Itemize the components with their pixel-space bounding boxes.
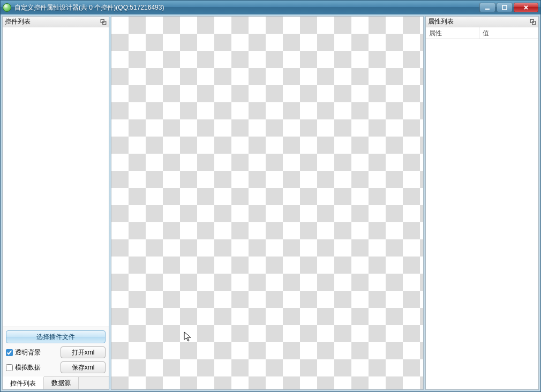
workspace: 控件列表 选择插件文件 透明背景 打开xml — [2, 16, 539, 390]
transparent-bg-input[interactable] — [6, 349, 13, 356]
maximize-button[interactable] — [497, 3, 513, 12]
design-canvas[interactable] — [111, 16, 424, 390]
transparent-bg-label: 透明背景 — [15, 348, 41, 357]
undock-icon-right[interactable] — [530, 19, 536, 25]
mock-data-label: 模拟数据 — [15, 363, 41, 372]
minimize-icon — [485, 5, 490, 10]
titlebar[interactable]: 自定义控件属性设计器(共 0 个控件)(QQ:517216493) — [1, 1, 540, 14]
right-dock-panel: 属性列表 属性 值 — [425, 16, 539, 390]
minimize-button[interactable] — [479, 3, 495, 12]
left-dock-title: 控件列表 — [5, 17, 100, 26]
tab-datasource[interactable]: 数据源 — [44, 377, 79, 389]
maximize-icon — [502, 5, 507, 10]
transparent-bg-checkbox[interactable]: 透明背景 — [6, 348, 57, 357]
app-window: 自定义控件属性设计器(共 0 个控件)(QQ:517216493) 控件列表 — [0, 0, 541, 392]
app-icon — [3, 3, 11, 12]
left-bottom-controls: 选择插件文件 透明背景 打开xml 模拟数据 保存xml — [3, 327, 109, 376]
save-xml-button[interactable]: 保存xml — [61, 361, 106, 373]
left-tabs: 控件列表 数据源 — [3, 376, 109, 389]
window-title: 自定义控件属性设计器(共 0 个控件)(QQ:517216493) — [14, 3, 479, 12]
undock-icon[interactable] — [100, 19, 107, 25]
window-controls — [479, 3, 538, 12]
control-list[interactable] — [3, 27, 109, 327]
mock-data-input[interactable] — [6, 364, 13, 371]
svg-rect-0 — [485, 9, 490, 10]
property-col-value: 值 — [479, 27, 538, 39]
close-icon — [523, 5, 529, 10]
open-xml-button[interactable]: 打开xml — [61, 346, 106, 358]
property-table-header: 属性 值 — [426, 27, 538, 39]
left-dock-panel: 控件列表 选择插件文件 透明背景 打开xml — [2, 16, 109, 390]
mock-data-checkbox[interactable]: 模拟数据 — [6, 363, 57, 372]
property-table-body[interactable] — [426, 39, 538, 389]
select-plugin-button[interactable]: 选择插件文件 — [6, 330, 106, 343]
right-dock-header[interactable]: 属性列表 — [426, 17, 538, 27]
client-area: 控件列表 选择插件文件 透明背景 打开xml — [1, 14, 540, 391]
right-dock-title: 属性列表 — [428, 17, 530, 26]
close-button[interactable] — [514, 3, 538, 12]
tab-controls[interactable]: 控件列表 — [3, 376, 44, 389]
svg-rect-1 — [502, 5, 507, 10]
left-dock-header[interactable]: 控件列表 — [3, 17, 109, 27]
property-col-name: 属性 — [426, 27, 479, 39]
cursor-icon — [184, 331, 192, 342]
